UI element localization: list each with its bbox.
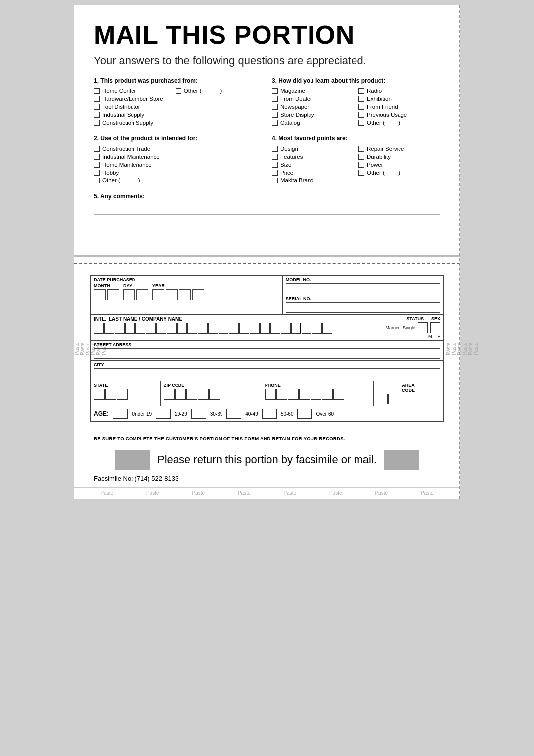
year-box-3[interactable] [179,289,191,300]
name-box[interactable] [281,323,291,334]
name-box[interactable] [322,323,332,334]
year-box-2[interactable] [166,289,178,300]
name-box[interactable] [229,323,239,334]
month-box-2[interactable] [107,289,119,300]
age-box-4049[interactable] [226,409,241,419]
checkbox-icon[interactable] [94,162,100,168]
city-input[interactable] [94,368,440,379]
checkbox-icon[interactable] [94,146,100,152]
phone-box[interactable] [299,389,310,400]
state-box-2[interactable] [105,389,116,400]
comment-line-2[interactable] [94,218,440,228]
checkbox-icon[interactable] [358,88,364,94]
age-box-over60[interactable] [297,409,312,419]
checkbox-icon[interactable] [272,112,278,118]
checkbox-icon[interactable] [358,162,364,168]
q3-title: 3. How did you learn about this product: [272,77,440,84]
phone-box[interactable] [276,389,287,400]
name-box[interactable] [125,323,135,334]
phone-box[interactable] [322,389,333,400]
name-box[interactable] [312,323,322,334]
checkbox-icon[interactable] [272,146,278,152]
year-box-1[interactable] [152,289,164,300]
area-code-box[interactable] [377,394,388,404]
checkbox-icon[interactable] [272,120,278,126]
name-box[interactable] [177,323,187,334]
checkbox-icon[interactable] [358,154,364,160]
status-box-f[interactable] [430,322,440,333]
status-box-m[interactable] [418,322,428,333]
checkbox-icon[interactable] [272,178,278,183]
age-box-3039[interactable] [191,409,206,419]
name-box[interactable] [302,323,312,334]
checkbox-icon[interactable] [94,112,100,118]
item-label: Price [280,170,293,176]
name-box[interactable] [270,323,280,334]
serial-no-input[interactable] [286,302,440,313]
phone-box[interactable] [311,389,321,400]
phone-box[interactable] [333,389,344,400]
checkbox-icon[interactable] [358,104,364,110]
zip-box[interactable] [198,389,209,400]
name-box[interactable] [94,323,104,334]
year-box-4[interactable] [192,289,204,300]
name-box[interactable] [167,323,177,334]
checkbox-icon[interactable] [358,146,364,152]
checkbox-icon[interactable] [94,154,100,160]
checkbox-icon[interactable] [358,170,364,176]
age-box-2029[interactable] [156,409,171,419]
zip-box[interactable] [209,389,220,400]
checkbox-icon[interactable] [272,162,278,168]
checkbox-icon[interactable] [272,104,278,110]
day-box-2[interactable] [136,289,148,300]
checkbox-icon[interactable] [272,88,278,94]
state-box-1[interactable] [94,389,105,400]
checkbox-icon[interactable] [94,104,100,110]
name-box[interactable] [239,323,249,334]
area-code-box[interactable] [400,394,410,404]
name-box[interactable] [115,323,125,334]
age-box-5060[interactable] [262,409,277,419]
month-col: MONTH [94,283,119,300]
name-box[interactable] [156,323,166,334]
name-box[interactable] [104,323,114,334]
name-box[interactable] [219,323,228,334]
name-box-separator[interactable] [291,323,301,334]
street-input[interactable] [94,348,440,359]
zip-box[interactable] [186,389,197,400]
form-row-name: INTL. LAST NAME / COMPANY NAME [91,315,443,341]
checkbox-icon[interactable] [272,154,278,160]
name-box[interactable] [198,323,208,334]
name-box[interactable] [146,323,156,334]
name-box[interactable] [135,323,145,334]
phone-box[interactable] [265,389,276,400]
checkbox-icon[interactable] [358,120,364,126]
state-box-3[interactable] [117,389,128,400]
checkbox-icon[interactable] [94,178,100,183]
day-box-1[interactable] [123,289,135,300]
model-no-input[interactable] [286,283,440,294]
checkbox-icon[interactable] [358,96,364,102]
month-box-1[interactable] [94,289,106,300]
list-item: Makita Brand [272,178,354,183]
checkbox-icon[interactable] [358,112,364,118]
checkbox-icon[interactable] [94,88,100,94]
name-box[interactable] [260,323,270,334]
checkbox-icon[interactable] [272,96,278,102]
comment-line-1[interactable] [94,204,440,215]
name-box[interactable] [208,323,218,334]
name-box[interactable] [250,323,260,334]
checkbox-icon[interactable] [94,170,100,176]
area-code-box[interactable] [388,394,399,404]
zip-box[interactable] [164,389,175,400]
age-box-under19[interactable] [113,409,128,419]
checkbox-icon[interactable] [94,96,100,102]
name-box[interactable] [187,323,197,334]
checkbox-icon[interactable] [272,170,278,176]
checkbox-icon[interactable] [176,88,181,94]
phone-box[interactable] [288,389,299,400]
zip-box[interactable] [175,389,186,400]
street-cell: STREET ADRESS [91,341,443,360]
comment-line-3[interactable] [94,231,440,242]
checkbox-icon[interactable] [94,120,100,126]
